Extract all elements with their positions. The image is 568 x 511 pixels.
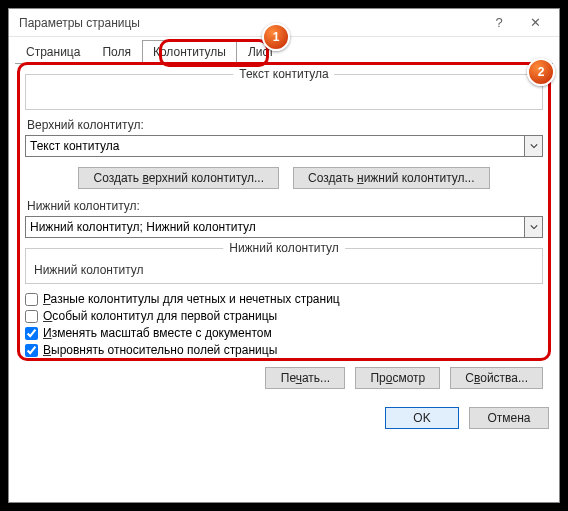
lower-footer-dropdown-button[interactable] (524, 217, 542, 237)
tab-headers-footers[interactable]: Колонтитулы (142, 40, 237, 64)
window-title: Параметры страницы (15, 16, 481, 30)
check-scale-with-doc-box[interactable] (25, 327, 38, 340)
footer-preview-title: Нижний колонтитул (223, 241, 345, 255)
lower-footer-value[interactable] (26, 217, 524, 237)
check-align-margins[interactable]: Выровнять относительно полей страницы (25, 343, 543, 357)
close-button[interactable]: ✕ (517, 15, 553, 30)
upper-header-combo[interactable] (25, 135, 543, 157)
page-setup-dialog: Параметры страницы ? ✕ Страница Поля Кол… (9, 9, 559, 502)
tab-panel: 2 Текст контитула Верхний колонтитул: Со… (15, 63, 553, 395)
chevron-down-icon (530, 142, 538, 150)
check-align-margins-box[interactable] (25, 344, 38, 357)
tab-margins[interactable]: Поля (91, 40, 142, 64)
lower-footer-combo[interactable] (25, 216, 543, 238)
check-different-odd-even-box[interactable] (25, 293, 38, 306)
create-upper-header-button[interactable]: Создать верхний колонтитул... (78, 167, 279, 189)
check-first-page-box[interactable] (25, 310, 38, 323)
ok-button[interactable]: OK (385, 407, 459, 429)
upper-header-label: Верхний колонтитул: (27, 118, 543, 132)
footer-preview-box: Нижний колонтитул Нижний колонтитул (25, 248, 543, 284)
annotation-badge-2: 2 (527, 58, 555, 86)
preview-button[interactable]: Просмотр (355, 367, 440, 389)
dialog-buttons: OK Отмена (9, 401, 559, 439)
check-different-odd-even[interactable]: Разные колонтитулы для четных и нечетных… (25, 292, 543, 306)
upper-header-value[interactable] (26, 136, 524, 156)
print-button[interactable]: Печать... (265, 367, 345, 389)
properties-button[interactable]: Свойства... (450, 367, 543, 389)
tab-page[interactable]: Страница (15, 40, 91, 64)
check-scale-with-doc[interactable]: Изменять масштаб вместе с документом (25, 326, 543, 340)
options-checkboxes: Разные колонтитулы для четных и нечетных… (25, 292, 543, 357)
create-lower-footer-button[interactable]: Создать нижний колонтитул... (293, 167, 489, 189)
help-button[interactable]: ? (481, 15, 517, 30)
footer-preview-text: Нижний колонтитул (34, 263, 534, 277)
check-first-page[interactable]: Особый колонтитул для первой страницы (25, 309, 543, 323)
header-preview-box: Текст контитула (25, 74, 543, 110)
annotation-badge-1: 1 (262, 23, 290, 51)
upper-header-dropdown-button[interactable] (524, 136, 542, 156)
cancel-button[interactable]: Отмена (469, 407, 549, 429)
header-preview-title: Текст контитула (233, 67, 334, 81)
lower-footer-label: Нижний колонтитул: (27, 199, 543, 213)
chevron-down-icon (530, 223, 538, 231)
